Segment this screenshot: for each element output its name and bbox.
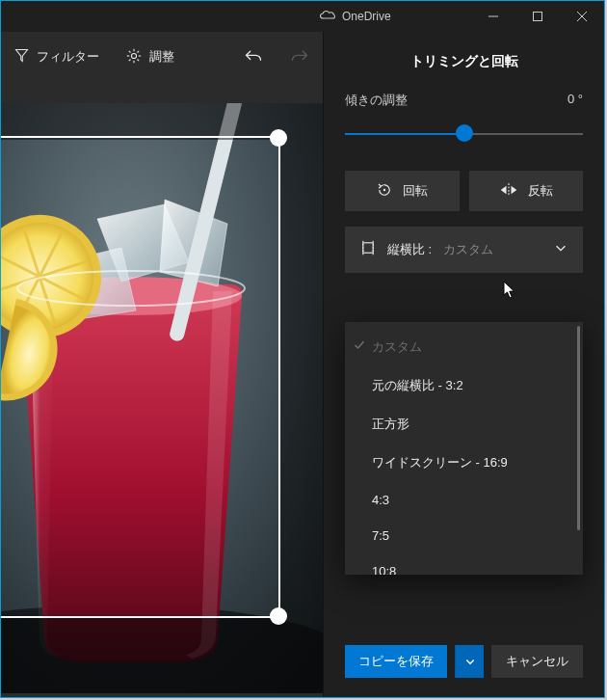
aspect-option[interactable]: 元の縦横比 - 3:2 [345, 366, 583, 405]
save-copy-chevron-button[interactable] [455, 645, 484, 678]
onedrive-icon [319, 8, 336, 25]
panel-title: トリミングと回転 [324, 32, 604, 92]
window-maximize-button[interactable] [515, 1, 560, 32]
flip-icon [499, 182, 518, 201]
side-panel: トリミングと回転 傾きの調整 0 ° [323, 32, 604, 697]
rotate-button[interactable]: 回転 [345, 171, 460, 211]
rotate-label: 回転 [403, 182, 428, 200]
aspect-label-prefix: 縦横比 : [387, 241, 432, 258]
cancel-label: キャンセル [506, 654, 568, 670]
svg-point-4 [131, 53, 136, 58]
crop-region[interactable] [1, 140, 280, 617]
app-title: OneDrive [342, 10, 391, 23]
filter-label: フィルター [37, 48, 99, 66]
window-minimize-button[interactable] [471, 1, 515, 32]
aspect-option[interactable]: 10:8 [345, 553, 583, 575]
svg-rect-1 [534, 13, 542, 21]
brightness-icon [126, 48, 142, 67]
check-icon [354, 339, 365, 354]
svg-marker-46 [511, 185, 516, 193]
aspect-option[interactable]: 正方形 [345, 405, 583, 444]
svg-marker-45 [500, 185, 506, 193]
chevron-down-icon [554, 241, 567, 258]
filter-button[interactable]: フィルター [1, 32, 113, 82]
flip-label: 反転 [528, 182, 553, 200]
svg-line-10 [138, 59, 140, 61]
svg-rect-47 [363, 243, 373, 253]
flip-button[interactable]: 反転 [469, 171, 584, 211]
undo-button[interactable] [230, 32, 277, 82]
editor-toolbar: フィルター 調整 [1, 32, 323, 82]
aspect-ratio-icon [360, 240, 376, 259]
canvas[interactable] [1, 82, 323, 697]
cursor-icon [503, 281, 516, 300]
rotate-icon [376, 181, 393, 202]
aspect-label-value: カスタム [443, 241, 493, 258]
straighten-label: 傾きの調整 [345, 92, 408, 109]
svg-point-43 [383, 188, 385, 190]
straighten-value: 0 ° [567, 92, 583, 109]
adjust-label: 調整 [149, 48, 174, 66]
aspect-ratio-dropdown[interactable]: カスタム元の縦横比 - 3:2正方形ワイドスクリーン - 16:94:37:51… [345, 322, 583, 575]
save-copy-button[interactable]: コピーを保存 [345, 645, 447, 678]
aspect-option[interactable]: 4:3 [345, 482, 583, 518]
filter-icon [14, 48, 29, 66]
window-close-button[interactable] [560, 1, 604, 32]
svg-line-12 [138, 50, 140, 52]
cancel-button[interactable]: キャンセル [491, 645, 583, 678]
aspect-ratio-select[interactable]: 縦横比 : カスタム [345, 227, 583, 273]
svg-line-9 [129, 50, 131, 52]
editor-pane: フィルター 調整 [1, 32, 323, 697]
aspect-option[interactable]: 7:5 [345, 518, 583, 553]
save-copy-label: コピーを保存 [358, 654, 434, 670]
svg-line-11 [129, 59, 131, 61]
slider-thumb[interactable] [456, 124, 473, 142]
aspect-option[interactable]: ワイドスクリーン - 16:9 [345, 444, 583, 482]
straighten-slider[interactable] [345, 122, 583, 144]
adjust-button[interactable]: 調整 [113, 32, 188, 82]
aspect-option[interactable]: カスタム [345, 328, 583, 366]
redo-button[interactable] [277, 32, 323, 82]
title-bar: OneDrive [1, 1, 604, 32]
